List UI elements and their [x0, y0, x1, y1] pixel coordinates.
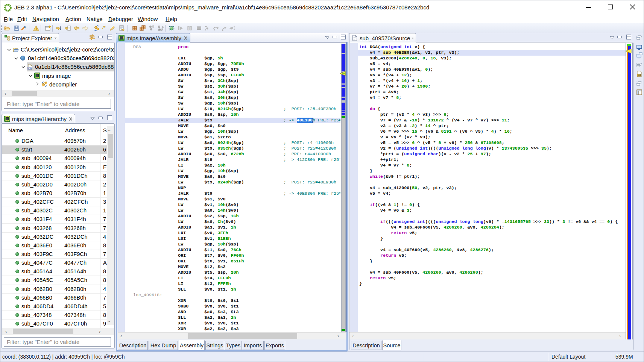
svg-text:010: 010: [638, 74, 641, 76]
svg-text:010: 010: [28, 67, 32, 70]
